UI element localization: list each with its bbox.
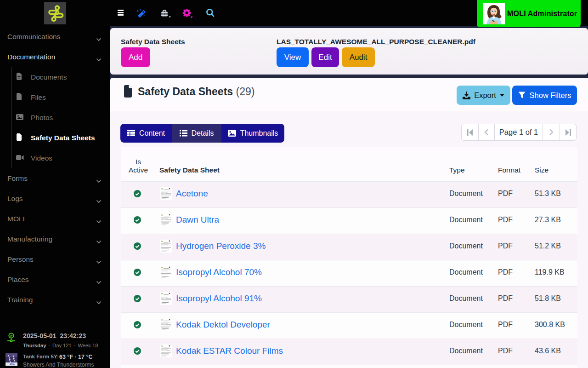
svg-text:90%: 90% xyxy=(10,363,15,366)
